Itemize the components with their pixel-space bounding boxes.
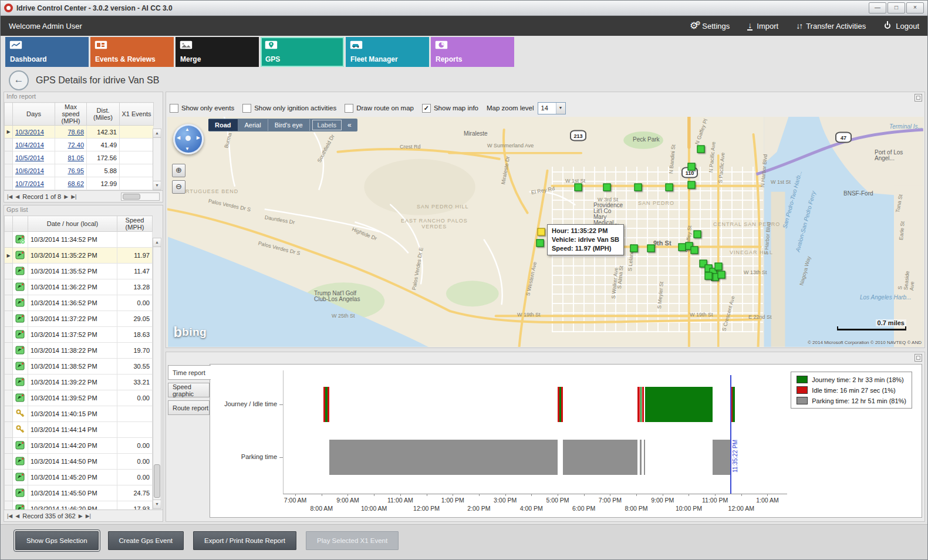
gps-list-row[interactable]: 10/3/2014 11:44:14 PM: [5, 422, 153, 438]
info-report-row[interactable]: 10/4/201472.4041.49: [5, 139, 154, 151]
chevron-down-icon[interactable]: ▼: [556, 103, 565, 114]
column-header[interactable]: Dist.(Miles): [87, 103, 120, 126]
day-link[interactable]: 10/4/2014: [13, 139, 55, 151]
info-report-row[interactable]: 10/6/201476.955.88: [5, 164, 154, 177]
pager-prev-icon[interactable]: ◀: [15, 194, 19, 200]
pager-first-icon[interactable]: |◀: [7, 194, 12, 200]
footer-button-create-gps-event[interactable]: Create Gps Event: [108, 531, 184, 550]
pan-north-icon[interactable]: ▲: [185, 127, 190, 132]
map-marker[interactable]: [718, 271, 725, 279]
pan-south-icon[interactable]: ▼: [185, 146, 190, 151]
report-tab-time-report[interactable]: Time report: [168, 365, 211, 380]
map-marker[interactable]: [635, 184, 642, 191]
scroll-up-icon[interactable]: ▲: [153, 238, 161, 247]
checkbox-draw-route-on-map[interactable]: Draw route on map: [345, 104, 414, 113]
max-speed-link[interactable]: 72.40: [55, 139, 87, 151]
map-marker[interactable]: [603, 184, 611, 191]
tab-events-reviews[interactable]: Events & Reviews: [90, 37, 174, 67]
map-view-tab-bird-s-eye[interactable]: Bird's eye: [268, 119, 310, 131]
map-view-tab-labels[interactable]: Labels: [312, 120, 342, 130]
tab-gps[interactable]: GPS: [261, 37, 344, 67]
footer-button-show-gps-selection[interactable]: Show Gps Selection: [15, 531, 99, 550]
back-button[interactable]: ←: [9, 70, 29, 90]
max-speed-link[interactable]: 76.95: [55, 164, 87, 177]
max-speed-link[interactable]: 81.05: [55, 151, 87, 164]
info-horizontal-scrollbar[interactable]: [121, 193, 160, 201]
map-marker[interactable]: [538, 228, 545, 236]
map-marker[interactable]: [536, 239, 544, 247]
gps-list-row[interactable]: 10/3/2014 11:34:52 PM: [5, 232, 153, 248]
pager-first-icon[interactable]: |◀: [7, 513, 12, 519]
pan-east-icon[interactable]: ▶: [197, 135, 200, 140]
gps-list-row[interactable]: 10/3/2014 11:37:52 PM18.63: [5, 327, 153, 343]
topbar-action-import[interactable]: ↓Import: [747, 22, 778, 31]
checkbox-show-map-info[interactable]: ✓Show map info: [422, 104, 478, 113]
gps-list-row[interactable]: 10/3/2014 11:37:22 PM29.05: [5, 311, 153, 327]
collapse-chart-panel-icon[interactable]: [914, 354, 922, 362]
pager-prev-icon[interactable]: ◀: [15, 513, 19, 519]
map-marker[interactable]: [697, 146, 705, 153]
scrollbar-thumb[interactable]: [154, 464, 160, 498]
map-view-tab-road[interactable]: Road: [208, 119, 238, 131]
max-speed-link[interactable]: 68.62: [55, 177, 87, 190]
topbar-action-logout[interactable]: Logout: [883, 22, 919, 31]
gps-list-row[interactable]: 10/3/2014 11:39:52 PM0.00: [5, 390, 153, 406]
scroll-up-icon[interactable]: ▲: [153, 129, 161, 138]
topbar-action-settings[interactable]: ⚙⚙Settings: [690, 22, 730, 31]
gps-list-row[interactable]: 10/3/2014 11:40:15 PM: [5, 406, 153, 422]
zoom-out-button[interactable]: ⊖: [172, 180, 185, 194]
tab-reports[interactable]: Reports: [431, 37, 514, 67]
tab-merge[interactable]: Merge: [176, 37, 259, 67]
map-marker[interactable]: [630, 245, 638, 252]
day-link[interactable]: 10/6/2014: [13, 164, 55, 177]
gps-list-row[interactable]: 10/3/2014 11:36:52 PM0.00: [5, 295, 153, 311]
gps-list-row[interactable]: 10/3/2014 11:36:22 PM13.28: [5, 279, 153, 295]
info-report-row[interactable]: 10/5/201481.05172.56: [5, 151, 154, 164]
pager-last-icon[interactable]: ▶|: [86, 513, 91, 519]
map-marker[interactable]: [575, 184, 582, 191]
column-header[interactable]: Days: [13, 103, 55, 126]
scroll-down-icon[interactable]: ▼: [153, 181, 161, 190]
footer-button-export-print-route-report[interactable]: Export / Print Route Report: [193, 531, 296, 550]
maximize-button[interactable]: □: [887, 2, 905, 14]
info-report-row[interactable]: ▶10/3/201478.68142.31: [5, 126, 154, 139]
info-report-row[interactable]: 10/7/201468.6212.99: [5, 177, 154, 190]
bing-map[interactable]: RoadAerialBird's eyeLabels« ▲ ▼ ◀ ▶ ⊕ ⊖ …: [167, 117, 924, 347]
map-zoom-select[interactable]: 14 ▼: [538, 102, 566, 114]
column-header[interactable]: Speed(MPH): [117, 216, 153, 232]
compass-center[interactable]: [185, 136, 191, 141]
map-marker[interactable]: [705, 272, 713, 280]
tab-fleet-manager[interactable]: Fleet Manager: [346, 37, 429, 67]
gps-vertical-scrollbar[interactable]: ▲ ▼: [153, 238, 161, 509]
gps-list-row[interactable]: 10/3/2014 11:38:22 PM19.70: [5, 343, 153, 359]
map-marker[interactable]: [715, 263, 723, 271]
max-speed-link[interactable]: 78.68: [55, 126, 87, 139]
map-marker[interactable]: [666, 184, 673, 191]
pager-next-icon[interactable]: ▶: [64, 194, 68, 200]
close-button[interactable]: ×: [906, 2, 924, 14]
pager-next-icon[interactable]: ▶: [79, 513, 83, 519]
map-marker[interactable]: [688, 163, 696, 171]
map-tabs-collapse-icon[interactable]: «: [344, 120, 355, 130]
column-header[interactable]: Maxspeed(MPH): [55, 103, 87, 126]
gps-list-row[interactable]: 10/3/2014 11:44:20 PM0.00: [5, 438, 153, 454]
info-vertical-scrollbar[interactable]: ▲ ▼: [153, 129, 161, 190]
report-tab-route-report[interactable]: Route report: [168, 400, 210, 415]
gps-list-row[interactable]: 10/3/2014 11:39:22 PM33.21: [5, 375, 153, 390]
tab-dashboard[interactable]: Dashboard: [5, 37, 89, 67]
scrollbar-thumb[interactable]: [123, 194, 140, 200]
report-tab-speed-graphic[interactable]: Speed graphic: [168, 383, 210, 397]
gps-list-row[interactable]: 10/3/2014 11:44:50 PM0.00: [5, 454, 153, 470]
checkbox-show-only-ignition-activities[interactable]: Show only ignition activities: [242, 104, 336, 113]
checkbox-show-only-events[interactable]: Show only events: [170, 104, 234, 113]
minimize-button[interactable]: —: [869, 2, 886, 14]
gps-list-row[interactable]: 10/3/2014 11:45:50 PM24.75: [5, 485, 153, 501]
collapse-map-panel-icon[interactable]: [914, 94, 922, 102]
map-marker[interactable]: [691, 247, 698, 254]
bing-logo[interactable]: bbing: [174, 326, 207, 339]
day-link[interactable]: 10/3/2014: [13, 126, 55, 139]
gps-list-row[interactable]: 10/3/2014 11:38:52 PM30.55: [5, 359, 153, 375]
pager-last-icon[interactable]: ▶|: [71, 194, 76, 200]
gps-list-row[interactable]: 10/3/2014 11:45:20 PM0.00: [5, 470, 153, 485]
day-link[interactable]: 10/5/2014: [13, 151, 55, 164]
